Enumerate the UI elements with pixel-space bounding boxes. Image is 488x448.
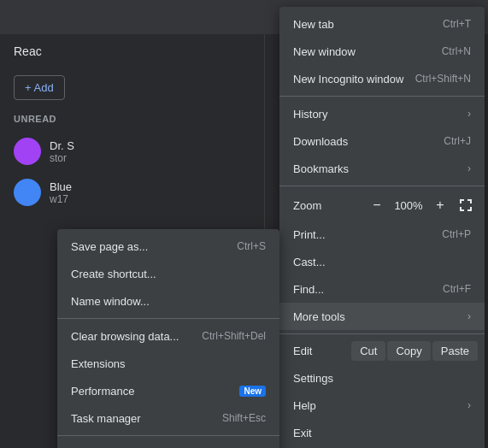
menu-item-history[interactable]: History › (279, 100, 485, 127)
menu-item-new-tab[interactable]: New tab Ctrl+T (279, 10, 485, 38)
menu-item-settings[interactable]: Settings (279, 364, 485, 392)
menu-item-downloads[interactable]: Downloads Ctrl+J (279, 127, 485, 155)
sidebar-header: Reac (0, 34, 264, 68)
menu-divider (279, 333, 485, 334)
fullscreen-button[interactable] (454, 193, 478, 217)
menu-item-new-window[interactable]: New window Ctrl+N (279, 38, 485, 65)
chrome-menu: New tab Ctrl+T New window Ctrl+N New Inc… (279, 7, 485, 448)
submenu-arrow: › (467, 108, 471, 120)
menu-divider (57, 318, 279, 319)
edit-label: Edit (286, 345, 350, 357)
item-preview: stor (50, 152, 74, 164)
menu-item-cast[interactable]: Cast... (279, 248, 485, 275)
avatar (14, 138, 41, 165)
paste-button[interactable]: Paste (432, 341, 478, 361)
more-tools-menu: Save page as... Ctrl+S Create shortcut..… (57, 229, 279, 448)
zoom-value: 100% (391, 199, 426, 212)
menu-item-find[interactable]: Find... Ctrl+F (279, 275, 485, 303)
menu-item-bookmarks[interactable]: Bookmarks › (279, 155, 485, 182)
menu-divider (279, 186, 485, 186)
item-name: Dr. S (50, 139, 74, 152)
menu-item-task-manager[interactable]: Task manager Shift+Esc (57, 404, 279, 432)
unread-label: UNREAD (0, 107, 264, 131)
menu-item-new-incognito[interactable]: New Incognito window Ctrl+Shift+N (279, 65, 485, 92)
menu-item-name-window[interactable]: Name window... (57, 287, 279, 315)
item-preview: w17 (50, 193, 72, 205)
edit-row: Edit Cut Copy Paste (279, 338, 485, 364)
submenu-arrow: › (467, 310, 471, 322)
menu-item-clear-browsing[interactable]: Clear browsing data... Ctrl+Shift+Del (57, 322, 279, 350)
list-item[interactable]: Blue w17 (0, 172, 264, 213)
cut-button[interactable]: Cut (351, 341, 385, 361)
menu-item-performance[interactable]: Performance New (57, 377, 279, 404)
submenu-arrow: › (467, 399, 471, 411)
submenu-arrow: › (467, 162, 471, 174)
item-name: Blue (50, 180, 72, 193)
menu-item-more-tools[interactable]: More tools › (279, 303, 485, 330)
menu-item-help[interactable]: Help › (279, 392, 485, 419)
avatar (14, 179, 41, 206)
menu-item-print[interactable]: Print... Ctrl+P (279, 221, 485, 248)
menu-divider (279, 96, 485, 97)
zoom-label: Zoom (286, 199, 363, 212)
zoom-row: Zoom − 100% + (279, 190, 485, 221)
copy-button[interactable]: Copy (387, 341, 430, 361)
zoom-plus-button[interactable]: + (428, 193, 452, 217)
new-badge: New (239, 386, 266, 397)
add-button[interactable]: + Add (14, 75, 65, 100)
menu-item-create-shortcut[interactable]: Create shortcut... (57, 260, 279, 287)
list-item[interactable]: Dr. S stor (0, 131, 264, 172)
menu-item-exit[interactable]: Exit (279, 419, 485, 446)
menu-divider (57, 435, 279, 436)
menu-item-extensions[interactable]: Extensions (57, 350, 279, 377)
zoom-minus-button[interactable]: − (365, 193, 389, 217)
menu-item-developer-tools[interactable]: Developer tools Ctrl+Shift+I (57, 439, 279, 448)
browser-background: ⬆ ☆ 🧩 ⬛ ● ⋮ Reac + Add UNREAD Dr. S stor… (0, 0, 488, 448)
menu-item-save-page[interactable]: Save page as... Ctrl+S (57, 233, 279, 260)
